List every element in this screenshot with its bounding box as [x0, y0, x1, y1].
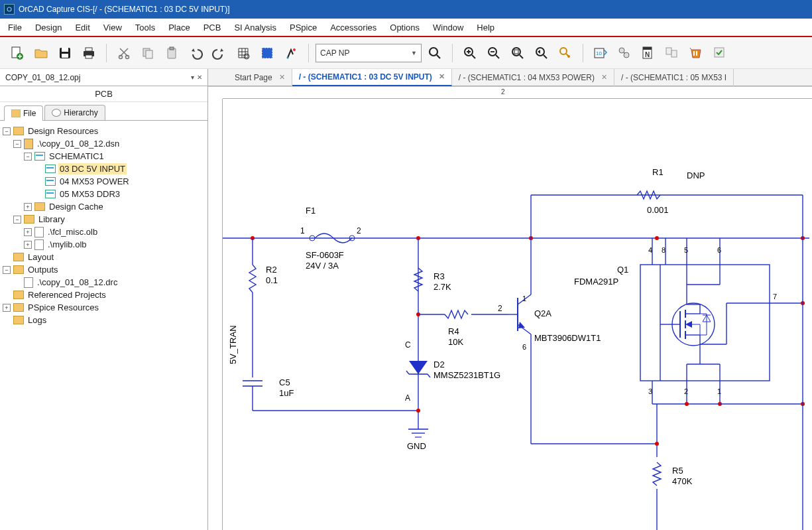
search-button[interactable]	[424, 42, 445, 64]
expand-icon[interactable]: +	[3, 304, 11, 312]
tree-dsn[interactable]: .\copy_01_08_12.dsn	[36, 138, 121, 149]
refdes-r5[interactable]: R5	[672, 466, 683, 476]
tab-hierarchy[interactable]: Hierarchy	[44, 105, 105, 120]
menu-edit[interactable]: Edit	[75, 23, 89, 33]
tree-layout[interactable]: Layout	[27, 251, 55, 263]
value-r2[interactable]: 0.1	[266, 275, 278, 285]
project-tree[interactable]: −Design Resources −.\copy_01_08_12.dsn −…	[0, 121, 207, 530]
menu-si[interactable]: SI Analysis	[234, 23, 276, 33]
menu-design[interactable]: Design	[35, 23, 62, 33]
refdes-r2[interactable]: R2	[266, 265, 277, 275]
expand-icon[interactable]: −	[24, 153, 32, 161]
tree-design-resources[interactable]: Design Resources	[27, 125, 99, 137]
part-q2a[interactable]: MBT3906DW1T1	[534, 333, 601, 343]
bom-button[interactable]	[685, 42, 707, 64]
tab-schematic-04[interactable]: / - (SCHEMATIC1 : 04 MX53 POWER)✕	[452, 69, 614, 86]
menu-pspice[interactable]: PSpice	[290, 23, 317, 33]
zoom-select-button[interactable]	[555, 42, 576, 64]
value-r1[interactable]: 0.001	[647, 205, 669, 215]
part-d2[interactable]: MMSZ5231BT1G	[434, 370, 500, 380]
redo-button[interactable]	[209, 42, 230, 64]
part-search-input[interactable]: CAP NP▼	[316, 44, 422, 62]
tab-schematic-03[interactable]: / - (SCHEMATIC1 : 03 DC 5V INPUT)✕	[292, 69, 452, 86]
value-c5[interactable]: 1uF	[279, 388, 294, 398]
tree-page-04[interactable]: 04 MX53 POWER	[58, 176, 131, 187]
dropdown-icon[interactable]: ▾	[191, 74, 194, 81]
tree-pspice-res[interactable]: PSpice Resources	[27, 302, 100, 313]
expand-icon[interactable]: −	[3, 127, 11, 135]
refdes-d2[interactable]: D2	[434, 360, 445, 369]
print-button[interactable]	[78, 42, 99, 64]
refdes-f1[interactable]: F1	[306, 206, 316, 216]
expand-icon[interactable]: −	[13, 216, 21, 224]
gnd-label[interactable]: GND	[407, 441, 426, 451]
tree-referenced[interactable]: Referenced Projects	[27, 289, 107, 300]
tree-page-05[interactable]: 05 MX53 DDR3	[58, 188, 121, 200]
backannotate-button[interactable]	[614, 42, 635, 64]
close-icon[interactable]: ✕	[601, 73, 607, 82]
new-button[interactable]	[7, 42, 28, 64]
crossref-button[interactable]	[662, 42, 683, 64]
grid-snap-button[interactable]	[233, 42, 254, 64]
undo-button[interactable]	[185, 42, 206, 64]
cut-button[interactable]	[113, 42, 135, 64]
place-part-button[interactable]	[280, 42, 302, 64]
refdes-c5[interactable]: C5	[279, 377, 290, 387]
value-r3[interactable]: 2.7K	[434, 282, 451, 292]
tree-logs[interactable]: Logs	[27, 314, 48, 326]
netlist-button[interactable]: N	[638, 42, 659, 64]
value-r4[interactable]: 10K	[448, 337, 463, 347]
expand-icon[interactable]: +	[24, 228, 32, 236]
close-icon[interactable]: ✕	[279, 73, 285, 82]
tree-olb2[interactable]: .\mylib.olb	[46, 239, 88, 250]
menu-file[interactable]: File	[8, 23, 22, 33]
note-r1[interactable]: DNP	[687, 170, 705, 180]
tab-schematic-05[interactable]: / - (SCHEMATIC1 : 05 MX53 I	[614, 69, 734, 86]
tab-start-page[interactable]: Start Page✕	[228, 69, 292, 86]
area-select-button[interactable]	[257, 42, 278, 64]
refdes-r3[interactable]: R3	[434, 271, 445, 281]
tree-olb1[interactable]: .\fcl_misc.olb	[46, 226, 99, 237]
copy-button[interactable]	[137, 42, 158, 64]
dropdown-icon[interactable]: ▼	[411, 50, 417, 56]
expand-icon[interactable]: +	[24, 203, 32, 211]
paste-button[interactable]	[161, 42, 182, 64]
part-q1[interactable]: FDMA291P	[574, 277, 618, 287]
menu-options[interactable]: Options	[390, 23, 420, 33]
close-icon[interactable]: ✕	[439, 72, 445, 81]
expand-icon[interactable]: −	[3, 266, 11, 274]
menu-accessories[interactable]: Accessories	[330, 23, 377, 33]
menu-pcb[interactable]: PCB	[203, 23, 221, 33]
save-button[interactable]	[54, 42, 76, 64]
menu-tools[interactable]: Tools	[135, 23, 155, 33]
annotate-button[interactable]: 10	[590, 42, 611, 64]
zoom-in-button[interactable]	[459, 42, 481, 64]
refdes-q1[interactable]: Q1	[617, 265, 628, 275]
tree-drc[interactable]: .\copy_01_08_12.drc	[36, 277, 119, 288]
open-button[interactable]	[30, 42, 52, 64]
tree-library[interactable]: Library	[37, 214, 66, 225]
refdes-r1[interactable]: R1	[652, 167, 664, 177]
tree-design-cache[interactable]: Design Cache	[48, 201, 105, 212]
schematic-canvas[interactable]: R2 0.1 C5 1uF 5V_TRAN F1 1 2 SF-0603F 24…	[223, 99, 812, 530]
zoom-out-button[interactable]	[483, 42, 504, 64]
value-r5[interactable]: 470K	[672, 476, 693, 486]
expand-icon[interactable]: −	[13, 140, 21, 148]
netlabel-5vtran[interactable]: 5V_TRAN	[228, 325, 238, 364]
rating-f1[interactable]: 24V / 3A	[306, 261, 339, 271]
project-tab[interactable]: COPY_01_08_12.opj ▾✕	[0, 69, 207, 86]
menu-help[interactable]: Help	[477, 23, 494, 33]
expand-icon[interactable]: +	[24, 241, 32, 249]
tree-schematic1[interactable]: SCHEMATIC1	[48, 151, 105, 162]
menu-view[interactable]: View	[103, 23, 122, 33]
close-icon[interactable]: ✕	[197, 74, 202, 81]
part-f1[interactable]: SF-0603F	[306, 250, 344, 260]
refdes-r4[interactable]: R4	[448, 326, 459, 336]
drc-button[interactable]	[709, 42, 730, 64]
tab-file[interactable]: File	[4, 105, 43, 121]
refdes-q2a[interactable]: Q2A	[534, 308, 551, 318]
menu-place[interactable]: Place	[168, 23, 190, 33]
schematic-drawing[interactable]: R2 0.1 C5 1uF 5V_TRAN F1 1 2 SF-0603F 24…	[223, 99, 812, 530]
tree-page-03[interactable]: 03 DC 5V INPUT	[58, 163, 127, 174]
menu-window[interactable]: Window	[433, 23, 463, 33]
